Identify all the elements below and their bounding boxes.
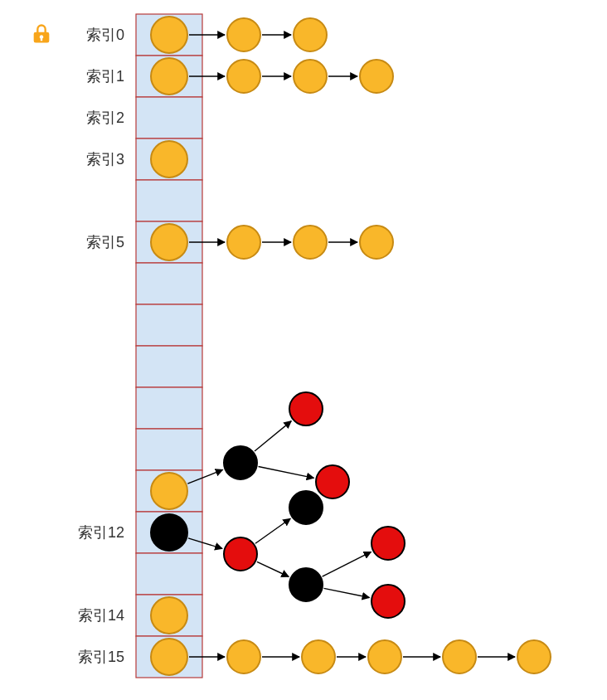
node-orange (360, 226, 393, 259)
hash-bucket-7 (136, 304, 202, 346)
diagram-svg (0, 0, 607, 700)
node-orange (227, 60, 260, 93)
index-label: 索引3 (86, 149, 124, 169)
node-orange (368, 640, 401, 673)
node-orange (443, 640, 476, 673)
edge (323, 552, 371, 576)
hash-bucket-9 (136, 387, 202, 429)
hash-bucket-8 (136, 346, 202, 387)
node-red (289, 392, 323, 425)
index-label: 索引2 (86, 108, 124, 128)
node-black (289, 491, 323, 524)
edge (255, 421, 291, 451)
node-orange (294, 18, 327, 51)
node-orange (151, 17, 187, 53)
node-orange (294, 226, 327, 259)
hash-bucket-2 (136, 97, 202, 139)
index-label: 索引14 (78, 605, 124, 625)
node-orange (151, 224, 187, 260)
node-red (316, 465, 349, 498)
node-orange (294, 60, 327, 93)
node-red (371, 585, 405, 618)
edge (255, 518, 290, 543)
hash-bucket-10 (136, 429, 202, 470)
node-red (224, 537, 257, 571)
hash-bucket-13 (136, 553, 202, 595)
node-black (289, 568, 323, 601)
index-label: 索引15 (78, 647, 124, 667)
index-label: 索引5 (86, 232, 124, 252)
hash-bucket-4 (136, 180, 202, 221)
node-orange (227, 640, 260, 673)
index-label: 索引0 (86, 25, 124, 45)
node-orange (227, 18, 260, 51)
node-red (371, 527, 405, 560)
node-black (151, 514, 187, 551)
node-orange (151, 141, 187, 177)
hash-bucket-6 (136, 263, 202, 304)
lock-icon (30, 22, 53, 46)
diagram-stage: 索引0索引1索引2索引3索引5索引12索引14索引15 (0, 0, 607, 700)
node-orange (151, 597, 187, 634)
node-orange (227, 226, 260, 259)
index-label: 索引12 (78, 523, 124, 542)
node-orange (360, 60, 393, 93)
node-black (224, 446, 257, 479)
node-orange (302, 640, 335, 673)
node-orange (151, 639, 187, 675)
edge (259, 466, 314, 478)
index-label: 索引1 (86, 66, 124, 86)
node-orange (517, 640, 551, 673)
node-orange (151, 473, 187, 509)
node-orange (151, 58, 187, 95)
edge (324, 588, 370, 597)
edge (257, 561, 289, 576)
